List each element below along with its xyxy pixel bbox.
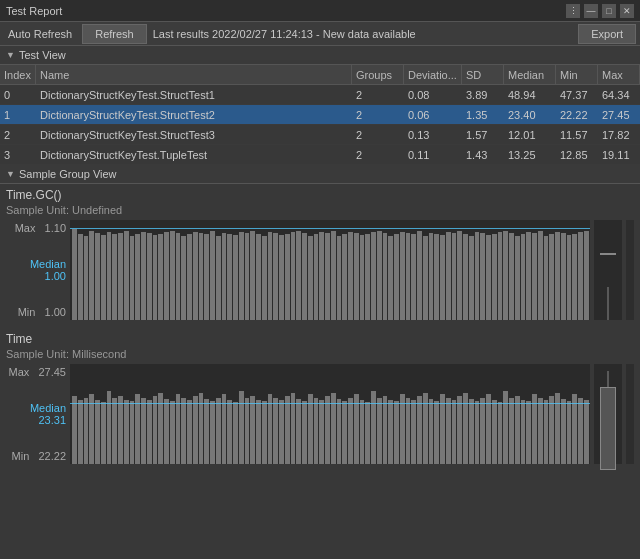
bar [515, 396, 520, 464]
bar [498, 232, 503, 320]
bar [118, 396, 123, 464]
cell-min: 11.57 [556, 125, 598, 144]
test-view-header[interactable]: ▼ Test View [0, 46, 640, 65]
cell-median: 12.01 [504, 125, 556, 144]
cell-max: 64.34 [598, 85, 640, 104]
bar [348, 232, 353, 320]
bar [486, 394, 491, 464]
bar [515, 236, 520, 320]
cell-index: 0 [0, 85, 36, 104]
col-header-max: Max [598, 65, 640, 84]
test-view-section: ▼ Test View Index Name Groups Deviatio..… [0, 46, 640, 165]
bar [434, 401, 439, 464]
bar [193, 396, 198, 464]
bar [440, 235, 445, 320]
chart-subtitle-0: Sample Unit: Undefined [6, 204, 634, 216]
bar [107, 232, 112, 320]
bar [406, 233, 411, 320]
min-label-0: Min 1.00 [6, 306, 66, 318]
bar [285, 234, 290, 320]
table-row[interactable]: 2 DictionaryStructKeyTest.StructTest3 2 … [0, 125, 640, 145]
col-header-median: Median [504, 65, 556, 84]
cell-deviation: 0.08 [404, 85, 462, 104]
close-button[interactable]: ✕ [620, 4, 634, 18]
cell-deviation: 0.13 [404, 125, 462, 144]
bar [400, 394, 405, 464]
bar [377, 398, 382, 464]
table-row[interactable]: 1 DictionaryStructKeyTest.StructTest2 2 … [0, 105, 640, 125]
bar [89, 394, 94, 464]
menu-button[interactable]: ⋮ [566, 4, 580, 18]
chart-scrollbar-1[interactable] [626, 364, 634, 464]
bar [538, 231, 543, 320]
min-label-1: Min 22.22 [6, 450, 66, 462]
bar [101, 235, 106, 320]
bar [498, 402, 503, 464]
bar [314, 234, 319, 320]
bar [216, 398, 221, 464]
sample-group-view-header[interactable]: ▼ Sample Group View [0, 165, 640, 184]
toolbar: Auto Refresh Refresh Last results 2022/0… [0, 22, 640, 46]
bar [388, 400, 393, 464]
bar [279, 400, 284, 464]
chart-labels-0: Max 1.10 Median 1.00 Min 1.00 [6, 220, 66, 320]
bar [141, 232, 146, 320]
bar [544, 400, 549, 464]
cell-name: DictionaryStructKeyTest.StructTest2 [36, 105, 352, 124]
cell-deviation: 0.11 [404, 145, 462, 164]
bar [130, 236, 135, 320]
bar [95, 400, 100, 464]
bar [492, 400, 497, 464]
bar [538, 398, 543, 464]
maximize-button[interactable]: □ [602, 4, 616, 18]
table-row[interactable]: 3 DictionaryStructKeyTest.TupleTest 2 0.… [0, 145, 640, 165]
sample-group-view-section: ▼ Sample Group View Time.GC() Sample Uni… [0, 165, 640, 559]
chart-area-1 [70, 364, 590, 464]
bar [291, 232, 296, 320]
cell-index: 1 [0, 105, 36, 124]
bar [475, 232, 480, 320]
table-row[interactable]: 0 DictionaryStructKeyTest.StructTest1 2 … [0, 85, 640, 105]
collapse-icon: ▼ [6, 50, 15, 60]
bar [475, 401, 480, 464]
bar [204, 399, 209, 464]
bar [492, 234, 497, 320]
bar [222, 394, 227, 464]
bar [526, 401, 531, 464]
bar [486, 235, 491, 320]
bar [561, 399, 566, 464]
bar [440, 394, 445, 464]
col-header-name: Name [36, 65, 352, 84]
bar [411, 234, 416, 320]
bar [417, 396, 422, 464]
bar [72, 229, 77, 320]
chart-title-1: Time [6, 332, 634, 346]
chart-scrollbar-0[interactable] [626, 220, 634, 320]
bar [549, 396, 554, 464]
cell-groups: 2 [352, 125, 404, 144]
bar [176, 394, 181, 464]
cell-max: 27.45 [598, 105, 640, 124]
minimize-button[interactable]: — [584, 4, 598, 18]
refresh-button[interactable]: Refresh [82, 24, 147, 44]
bar [112, 398, 117, 464]
window-title: Test Report [6, 5, 62, 17]
bar [199, 233, 204, 320]
bar [107, 391, 112, 464]
bar [578, 398, 583, 464]
bar [526, 232, 531, 320]
cell-name: DictionaryStructKeyTest.StructTest1 [36, 85, 352, 104]
bar [503, 231, 508, 320]
table-body: 0 DictionaryStructKeyTest.StructTest1 2 … [0, 85, 640, 165]
bar [302, 233, 307, 320]
cell-median: 23.40 [504, 105, 556, 124]
bar [279, 235, 284, 320]
bar [360, 235, 365, 320]
bar [354, 394, 359, 464]
bar [181, 398, 186, 464]
cell-index: 2 [0, 125, 36, 144]
bar [469, 399, 474, 464]
bar [360, 400, 365, 464]
export-button[interactable]: Export [578, 24, 636, 44]
cell-name: DictionaryStructKeyTest.TupleTest [36, 145, 352, 164]
